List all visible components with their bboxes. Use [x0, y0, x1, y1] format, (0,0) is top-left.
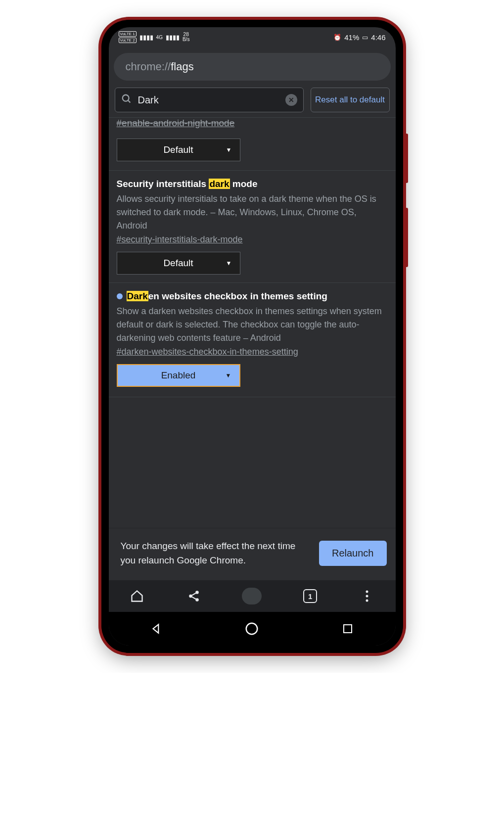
menu-icon[interactable] — [359, 588, 375, 604]
status-bar: VoLTE 1 VoLTE 2 ▮▮▮▮ 4G ▮▮▮▮ 28 B/s ⏰ 41… — [109, 27, 396, 47]
url-scheme: chrome:// — [126, 60, 171, 73]
recents-button[interactable] — [340, 621, 355, 636]
flag-title: Security interstitials dark mode — [117, 179, 388, 189]
flags-list[interactable]: #enable-android-night-mode Default ▼ Sec… — [109, 117, 396, 528]
volte-indicators: VoLTE 1 VoLTE 2 — [119, 31, 137, 43]
phone-frame: VoLTE 1 VoLTE 2 ▮▮▮▮ 4G ▮▮▮▮ 28 B/s ⏰ 41… — [101, 20, 403, 653]
volte-1: VoLTE 1 — [119, 31, 137, 37]
flag-item-darken-websites: Darken websites checkbox in themes setti… — [109, 282, 396, 395]
svg-line-6 — [192, 597, 196, 599]
clock: 4:46 — [371, 33, 385, 42]
svg-point-0 — [122, 95, 129, 101]
flag-select-1[interactable]: Default ▼ — [117, 252, 240, 275]
back-button[interactable] — [149, 621, 164, 636]
flag-select-2[interactable]: Enabled ▼ — [117, 364, 240, 387]
svg-point-11 — [366, 600, 368, 602]
svg-rect-13 — [344, 625, 352, 633]
svg-point-10 — [366, 595, 368, 598]
flag-description: Allows security intersitials to take on … — [117, 192, 388, 232]
relaunch-bar: Your changes will take effect the next t… — [109, 528, 396, 580]
home-icon[interactable] — [129, 588, 145, 604]
signal-icon: ▮▮▮▮ — [139, 34, 153, 41]
chevron-down-icon: ▼ — [226, 260, 232, 267]
system-nav — [109, 612, 396, 646]
flag-hash-partial[interactable]: #enable-android-night-mode — [109, 118, 396, 132]
relaunch-message: Your changes will take effect the next t… — [121, 539, 310, 567]
battery-pct: 41% — [344, 33, 359, 42]
search-input[interactable] — [138, 94, 285, 106]
svg-point-12 — [246, 623, 258, 635]
alarm-icon: ⏰ — [333, 34, 341, 41]
changed-indicator-icon — [117, 293, 123, 299]
signal-icon-2: ▮▮▮▮ — [166, 34, 180, 41]
url-host: flags — [171, 60, 193, 73]
svg-point-4 — [195, 598, 199, 602]
tabs-icon[interactable]: 1 — [302, 588, 319, 604]
svg-line-5 — [192, 593, 196, 595]
relaunch-button[interactable]: Relaunch — [319, 541, 387, 566]
power-button — [405, 208, 408, 267]
svg-point-2 — [195, 591, 199, 594]
screen: VoLTE 1 VoLTE 2 ▮▮▮▮ 4G ▮▮▮▮ 28 B/s ⏰ 41… — [109, 27, 396, 646]
volte-2: VoLTE 2 — [119, 38, 137, 43]
browser-nav: 1 — [109, 580, 396, 612]
volume-button — [405, 134, 408, 183]
flag-hash-link[interactable]: #security-interstitials-dark-mode — [117, 234, 243, 245]
flag-title: Darken websites checkbox in themes setti… — [117, 291, 388, 302]
clear-search-button[interactable]: ✕ — [285, 94, 297, 106]
omnibox[interactable]: chrome://flags — [114, 53, 391, 81]
svg-line-1 — [128, 100, 130, 103]
svg-point-9 — [366, 591, 368, 593]
svg-point-3 — [189, 595, 192, 598]
search-icon — [121, 93, 132, 106]
share-icon[interactable] — [185, 588, 202, 604]
net-speed: 28 B/s — [183, 32, 189, 42]
search-nav-icon[interactable] — [242, 588, 262, 604]
search-box[interactable]: ✕ — [115, 88, 304, 112]
chevron-down-icon: ▼ — [226, 146, 232, 153]
network-type: 4G — [156, 35, 163, 40]
reset-all-button[interactable]: Reset all to default — [311, 88, 390, 112]
flags-toolbar: ✕ Reset all to default — [109, 88, 396, 117]
flag-select-0[interactable]: Default ▼ — [117, 139, 240, 161]
battery-icon: ▭ — [362, 34, 368, 41]
flag-description: Show a darken websites checkbox in theme… — [117, 305, 388, 345]
flag-item-security-interstitials: Security interstitials dark mode Allows … — [109, 170, 396, 282]
chevron-down-icon: ▼ — [226, 372, 231, 379]
flag-hash-link[interactable]: #darken-websites-checkbox-in-themes-sett… — [117, 347, 298, 357]
home-button[interactable] — [244, 621, 259, 636]
